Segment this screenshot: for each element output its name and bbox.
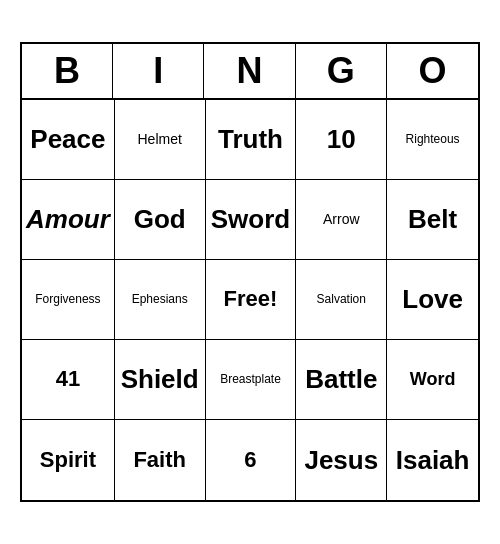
cell-text: Love: [402, 285, 463, 314]
cell-text: Faith: [133, 448, 186, 472]
bingo-header: BINGO: [22, 44, 478, 100]
grid-cell-6: God: [115, 180, 206, 260]
cell-text: Isaiah: [396, 446, 470, 475]
grid-cell-2: Truth: [206, 100, 297, 180]
grid-cell-19: Word: [387, 340, 478, 420]
grid-cell-17: Breastplate: [206, 340, 297, 420]
grid-cell-3: 10: [296, 100, 387, 180]
cell-text: Battle: [305, 365, 377, 394]
cell-text: 41: [56, 367, 80, 391]
cell-text: Truth: [218, 125, 283, 154]
grid-cell-21: Faith: [115, 420, 206, 500]
header-letter: N: [204, 44, 295, 98]
cell-text: Free!: [224, 287, 278, 311]
cell-text: Arrow: [323, 212, 360, 227]
cell-text: Peace: [30, 125, 105, 154]
grid-cell-11: Ephesians: [115, 260, 206, 340]
bingo-grid: PeaceHelmetTruth10RighteousAmourGodSword…: [22, 100, 478, 500]
cell-text: Word: [410, 370, 456, 390]
cell-text: Ephesians: [132, 293, 188, 306]
cell-text: Breastplate: [220, 373, 281, 386]
grid-cell-4: Righteous: [387, 100, 478, 180]
cell-text: Helmet: [138, 132, 182, 147]
grid-cell-24: Isaiah: [387, 420, 478, 500]
grid-cell-1: Helmet: [115, 100, 206, 180]
grid-cell-15: 41: [22, 340, 115, 420]
grid-cell-13: Salvation: [296, 260, 387, 340]
cell-text: Sword: [211, 205, 290, 234]
grid-cell-23: Jesus: [296, 420, 387, 500]
cell-text: Spirit: [40, 448, 96, 472]
cell-text: Salvation: [317, 293, 366, 306]
grid-cell-16: Shield: [115, 340, 206, 420]
grid-cell-8: Arrow: [296, 180, 387, 260]
grid-cell-9: Belt: [387, 180, 478, 260]
header-letter: O: [387, 44, 478, 98]
grid-cell-12: Free!: [206, 260, 297, 340]
cell-text: Belt: [408, 205, 457, 234]
cell-text: Forgiveness: [35, 293, 100, 306]
cell-text: 10: [327, 125, 356, 154]
grid-cell-10: Forgiveness: [22, 260, 115, 340]
cell-text: God: [134, 205, 186, 234]
grid-cell-18: Battle: [296, 340, 387, 420]
grid-cell-0: Peace: [22, 100, 115, 180]
cell-text: 6: [244, 448, 256, 472]
cell-text: Amour: [26, 205, 110, 234]
header-letter: B: [22, 44, 113, 98]
grid-cell-22: 6: [206, 420, 297, 500]
grid-cell-7: Sword: [206, 180, 297, 260]
header-letter: G: [296, 44, 387, 98]
header-letter: I: [113, 44, 204, 98]
grid-cell-14: Love: [387, 260, 478, 340]
grid-cell-5: Amour: [22, 180, 115, 260]
cell-text: Jesus: [304, 446, 378, 475]
cell-text: Righteous: [406, 133, 460, 146]
bingo-card: BINGO PeaceHelmetTruth10RighteousAmourGo…: [20, 42, 480, 502]
grid-cell-20: Spirit: [22, 420, 115, 500]
cell-text: Shield: [121, 365, 199, 394]
